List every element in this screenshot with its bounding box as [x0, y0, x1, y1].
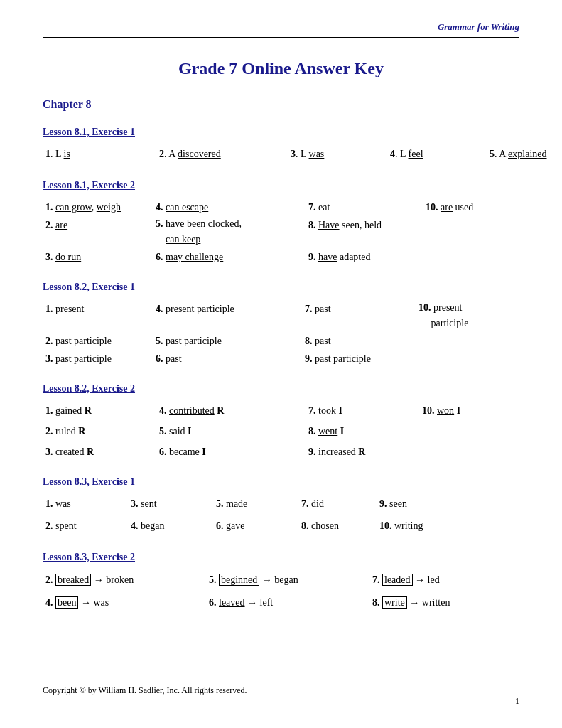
item-1: 1. L is	[45, 145, 159, 164]
item-4: 4. present participle	[156, 300, 305, 332]
lesson81-ex2-section: Lesson 8.1, Exercise 2 1. can grow, weig…	[43, 180, 519, 266]
item-8: 8. Have seen, held	[308, 216, 426, 248]
item-3: 3. created R	[45, 443, 159, 461]
lesson81-ex1-grid: 1. L is 2. A discovered 3. L was 4. L fe…	[45, 145, 519, 164]
lesson81-ex2-title: Lesson 8.1, Exercise 2	[43, 180, 519, 191]
chapter-section: Chapter 8	[43, 98, 519, 111]
footer: Copyright © by William H. Sadlier, Inc. …	[43, 685, 519, 707]
item-4: 4. L feel	[390, 145, 490, 164]
lesson83-ex2-grid: 2. breaked → broken 5. beginned → began …	[45, 570, 519, 613]
item-6: 6. gave	[216, 517, 301, 536]
item-1: 1. was	[45, 495, 131, 514]
item-3: 3. past participle	[45, 350, 156, 368]
item-7: 7. did	[301, 495, 379, 514]
item-2: 2. spent	[45, 517, 131, 536]
item-5: 5. made	[216, 495, 301, 514]
header-divider	[43, 37, 519, 38]
item-9: 9. have adapted	[308, 248, 426, 266]
item-7: 7. eat	[308, 198, 426, 216]
item-10: 10. are used	[426, 198, 525, 216]
item-3: 3. sent	[131, 495, 216, 514]
lesson82-ex2-title: Lesson 8.2, Exercise 2	[43, 383, 519, 395]
item-1: 1. can grow, weigh	[45, 198, 156, 216]
lesson82-ex2-grid: 1. gained R 4. contributed R 7. took I 1…	[45, 402, 519, 461]
item-5: 5. have been clocked, can keep	[156, 216, 308, 248]
item-blank	[422, 422, 514, 440]
item-7: 7. past	[305, 300, 418, 332]
item-10: 10. won I	[422, 402, 514, 419]
item-8: 8. went I	[308, 422, 422, 440]
item-blank	[426, 216, 525, 248]
chapter-title: Chapter 8	[43, 98, 519, 111]
copyright-text: Copyright © by William H. Sadlier, Inc. …	[43, 685, 519, 696]
item-9: 9. seen	[379, 495, 450, 514]
item-4: 4. can escape	[156, 198, 308, 216]
item-7: 7. took I	[308, 402, 422, 419]
lesson83-ex2-title: Lesson 8.3, Exercise 2	[43, 552, 519, 563]
item-4: 4. began	[131, 517, 216, 536]
item-9: 9. increased R	[308, 443, 422, 461]
item-5: 5. beginned → began	[209, 570, 372, 590]
item-1: 1. gained R	[45, 402, 159, 419]
item-8: 8. past	[305, 332, 418, 350]
item-2: 2. ruled R	[45, 422, 159, 440]
lesson81-ex2-row3: 3. do run 6. may challenge 9. have adapt…	[45, 248, 519, 266]
item-7: 7. leaded → led	[372, 570, 522, 590]
lesson81-ex2-row1: 1. can grow, weigh 4. can escape 7. eat …	[45, 198, 519, 216]
lesson81-ex2-row2: 2. are 5. have been clocked, can keep 8.…	[45, 216, 519, 248]
lesson81-ex1-section: Lesson 8.1, Exercise 1 1. L is 2. A disc…	[43, 127, 519, 164]
lesson81-ex2-block: 1. can grow, weigh 4. can escape 7. eat …	[45, 198, 519, 266]
item-8: 8. chosen	[301, 517, 379, 536]
item-1: 1. present	[45, 300, 156, 332]
item-4: 4. been → was	[45, 593, 209, 613]
item-10: 10. present participle	[418, 300, 518, 332]
item-2: 2. breaked → broken	[45, 570, 209, 590]
item-4: 4. contributed R	[159, 402, 308, 419]
lesson83-ex1-grid: 1. was 3. sent 5. made 7. did 9. seen 2.…	[45, 495, 519, 535]
item-2: 2. past participle	[45, 332, 156, 350]
item-5: 5. said I	[159, 422, 308, 440]
item-6: 6. may challenge	[156, 248, 308, 266]
lesson83-ex1-title: Lesson 8.3, Exercise 1	[43, 476, 519, 488]
item-5: 5. A explained	[490, 145, 562, 164]
item-blank2	[422, 443, 514, 461]
item-6: 6. became I	[159, 443, 308, 461]
item-8: 8. write → written	[372, 593, 522, 613]
item-6: 6. past	[156, 350, 305, 368]
item-blank	[418, 332, 518, 350]
item-3: 3. L was	[291, 145, 390, 164]
item-10: 10. writing	[379, 517, 450, 536]
item-2: 2. A discovered	[159, 145, 291, 164]
item-2: 2. are	[45, 216, 156, 248]
brand-label: Grammar for Writing	[43, 21, 519, 33]
lesson81-ex1-title: Lesson 8.1, Exercise 1	[43, 127, 519, 138]
lesson82-ex1-title: Lesson 8.2, Exercise 1	[43, 282, 519, 293]
page-number: 1	[43, 696, 519, 707]
item-5: 5. past participle	[156, 332, 305, 350]
lesson82-ex2-section: Lesson 8.2, Exercise 2 1. gained R 4. co…	[43, 383, 519, 461]
lesson83-ex1-section: Lesson 8.3, Exercise 1 1. was 3. sent 5.…	[43, 476, 519, 535]
item-blank2	[426, 248, 525, 266]
lesson83-ex2-section: Lesson 8.3, Exercise 2 2. breaked → brok…	[43, 552, 519, 613]
lesson82-ex1-section: Lesson 8.2, Exercise 1 1. present 4. pre…	[43, 282, 519, 368]
item-6: 6. leaved → left	[209, 593, 372, 613]
item-3: 3. do run	[45, 248, 156, 266]
page-title: Grade 7 Online Answer Key	[43, 59, 519, 78]
item-blank2	[418, 350, 518, 368]
lesson82-ex1-grid: 1. present 4. present participle 7. past…	[45, 300, 519, 368]
item-9: 9. past participle	[305, 350, 418, 368]
